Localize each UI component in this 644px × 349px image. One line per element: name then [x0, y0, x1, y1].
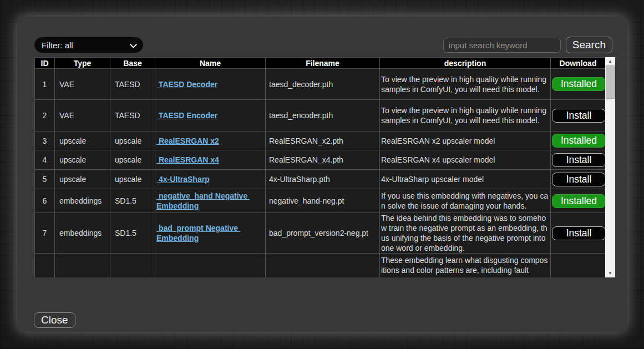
col-header-download: Download: [551, 58, 606, 69]
col-header-description: description: [380, 58, 551, 69]
model-table: ID Type Base Name Filename description D…: [34, 57, 606, 277]
col-header-base: Base: [110, 58, 155, 69]
install-models-dialog: Filter: all Search ID Type Base Name Fi: [17, 17, 627, 332]
cell-type: embeddings: [55, 213, 110, 254]
model-name-link[interactable]: RealESRGAN x4: [156, 155, 219, 164]
cell-id: 6: [35, 189, 55, 213]
cell-name: TAESD Decoder: [155, 69, 266, 100]
cell-filename: 4x-UltraSharp.pth: [266, 170, 380, 189]
download-action-button[interactable]: Installed: [552, 134, 606, 148]
col-header-id: ID: [35, 58, 55, 69]
dialog-toolbar: Filter: all Search: [34, 37, 612, 53]
cell-description: The idea behind this embedding was to so…: [380, 213, 551, 254]
cell-filename: bad_prompt_version2-neg.pt: [266, 213, 380, 254]
cell-description: If you use this embedding with negatives…: [380, 189, 551, 213]
cell-name: 4x-UltraSharp: [155, 170, 266, 189]
cell-base: TAESD: [110, 69, 155, 100]
cell-filename: taesd_encoder.pth: [266, 100, 380, 131]
download-action-button[interactable]: Installed: [552, 194, 606, 208]
cell-base: upscale: [110, 150, 155, 170]
table-row: 3 upscale upscale RealESRGAN x2 RealESRG…: [35, 131, 606, 150]
cell-base: SD1.5: [110, 213, 155, 254]
cell-name: RealESRGAN x4: [155, 150, 266, 170]
cell-name: bad_prompt Negative Embedding: [155, 213, 266, 254]
cell-id: 7: [35, 213, 55, 254]
cell-download: Install: [551, 100, 606, 131]
cell-type: VAE: [55, 100, 110, 131]
cell-base: TAESD: [110, 100, 155, 131]
cell-type: embeddings: [55, 189, 110, 213]
cell-filename: [266, 254, 380, 278]
search-group: Search: [443, 37, 612, 53]
cell-type: upscale: [55, 150, 110, 170]
cell-download: Installed: [551, 189, 606, 213]
filter-select-wrap: Filter: all: [34, 37, 143, 53]
cell-filename: RealESRGAN_x2.pth: [266, 131, 380, 150]
cell-description: 4x-UltraSharp upscaler model: [380, 170, 551, 189]
model-name-link[interactable]: negative_hand Negative Embedding: [156, 191, 250, 210]
cell-name: negative_hand Negative Embedding: [155, 189, 266, 213]
cell-type: upscale: [55, 131, 110, 150]
cell-download: Installed: [551, 131, 606, 150]
cell-download: Install: [551, 213, 606, 254]
cell-name: [155, 254, 266, 278]
cell-name: RealESRGAN x2: [155, 131, 266, 150]
cell-filename: taesd_decoder.pth: [266, 69, 380, 100]
cell-id: 1: [35, 69, 55, 100]
cell-base: SD1.5: [110, 189, 155, 213]
model-name-link[interactable]: 4x-UltraSharp: [156, 175, 210, 184]
table-row: These embedding learn what disgusting co…: [35, 254, 606, 278]
cell-description: RealESRGAN x4 upscaler model: [380, 150, 551, 170]
cell-type: [55, 254, 110, 278]
table-row: 5 upscale upscale 4x-UltraSharp 4x-Ultra…: [35, 170, 606, 189]
cell-type: upscale: [55, 170, 110, 189]
cell-name: TAESD Encoder: [155, 100, 266, 131]
cell-id: 4: [35, 150, 55, 170]
scrollbar-down-arrow-icon[interactable]: ▼: [605, 269, 615, 277]
download-action-button[interactable]: Installed: [552, 77, 606, 91]
cell-download: Installed: [551, 69, 606, 100]
cell-filename: RealESRGAN_x4.pth: [266, 150, 380, 170]
cell-base: upscale: [110, 131, 155, 150]
col-header-type: Type: [55, 58, 110, 69]
model-name-link[interactable]: RealESRGAN x2: [156, 136, 219, 145]
cell-type: VAE: [55, 69, 110, 100]
cell-description: To view the preview in high quality whil…: [380, 69, 551, 100]
filter-select[interactable]: Filter: all: [34, 37, 143, 53]
cell-filename: negative_hand-neg.pt: [266, 189, 380, 213]
cell-description: These embedding learn what disgusting co…: [380, 254, 551, 278]
cell-download: [551, 254, 606, 278]
download-action-button[interactable]: Install: [552, 109, 606, 123]
cell-base: [110, 254, 155, 278]
cell-download: Install: [551, 150, 606, 170]
cell-base: upscale: [110, 170, 155, 189]
table-row: 2 VAE TAESD TAESD Encoder taesd_encoder.…: [35, 100, 606, 131]
table-row: 1 VAE TAESD TAESD Decoder taesd_decoder.…: [35, 69, 606, 100]
close-button[interactable]: Close: [34, 312, 75, 328]
col-header-filename: Filename: [266, 58, 380, 69]
cell-description: RealESRGAN x2 upscaler model: [380, 131, 551, 150]
cell-description: To view the preview in high quality whil…: [380, 100, 551, 131]
download-action-button[interactable]: Install: [552, 226, 606, 240]
table-row: 4 upscale upscale RealESRGAN x4 RealESRG…: [35, 150, 606, 170]
model-name-link[interactable]: TAESD Encoder: [156, 111, 217, 120]
download-action-button[interactable]: Install: [552, 153, 606, 167]
model-table-body: 1 VAE TAESD TAESD Decoder taesd_decoder.…: [35, 69, 606, 278]
cell-id: 2: [35, 100, 55, 131]
scrollbar-up-arrow-icon[interactable]: ▲: [605, 57, 615, 65]
cell-id: 3: [35, 131, 55, 150]
cell-id: 5: [35, 170, 55, 189]
model-name-link[interactable]: bad_prompt Negative Embedding: [156, 224, 240, 242]
model-name-link[interactable]: TAESD Decoder: [156, 80, 217, 89]
table-scrollbar[interactable]: ▲ ▼: [605, 57, 615, 277]
cell-id: [35, 254, 55, 278]
cell-download: Install: [551, 170, 606, 189]
search-button[interactable]: Search: [566, 37, 612, 53]
model-table-header: ID Type Base Name Filename description D…: [35, 58, 606, 69]
download-action-button[interactable]: Install: [552, 173, 606, 186]
search-input[interactable]: [443, 38, 561, 53]
table-row: 7 embeddings SD1.5 bad_prompt Negative E…: [35, 213, 606, 254]
scrollbar-thumb[interactable]: [606, 65, 615, 99]
col-header-name: Name: [155, 58, 266, 69]
table-row: 6 embeddings SD1.5 negative_hand Negativ…: [35, 189, 606, 213]
